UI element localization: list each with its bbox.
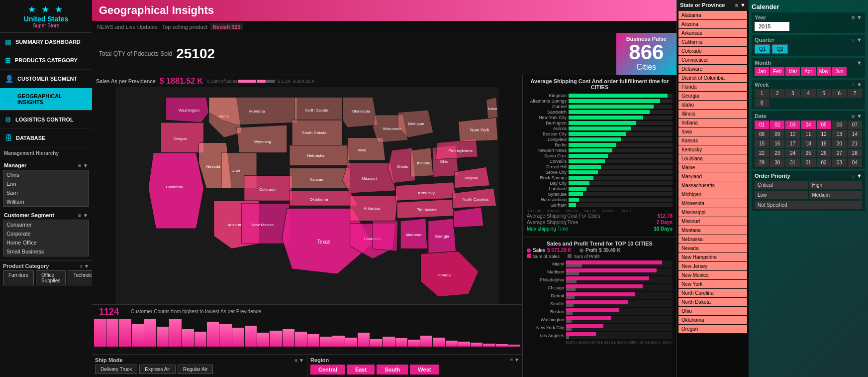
- date-cell[interactable]: 19: [817, 139, 831, 148]
- date-cell[interactable]: 06: [832, 121, 847, 129]
- quarter-q1[interactable]: Q1: [755, 44, 770, 54]
- date-cell[interactable]: 23: [770, 149, 784, 157]
- cat-furniture[interactable]: Furniture: [3, 270, 34, 285]
- nav-database[interactable]: 🗄 DATABASE: [0, 129, 92, 147]
- date-cell[interactable]: 09: [770, 130, 784, 138]
- seg-funnel-icon[interactable]: ▼: [83, 213, 88, 218]
- state-item[interactable]: Ohio: [678, 307, 747, 315]
- date-cell[interactable]: 02: [817, 158, 831, 167]
- nav-geo[interactable]: 🌐 GEOGRAPHICAL INSIGHTS: [0, 88, 92, 111]
- year-filter-icon[interactable]: ▼: [857, 14, 862, 20]
- week-1[interactable]: 1: [755, 89, 769, 98]
- op-filter-icon[interactable]: ▼: [857, 173, 862, 179]
- state-item[interactable]: Maine: [678, 163, 747, 172]
- state-item[interactable]: Indiana: [678, 119, 747, 127]
- region-west[interactable]: West: [410, 365, 439, 375]
- state-item[interactable]: Kentucky: [678, 145, 747, 154]
- date-cell[interactable]: 01: [801, 158, 815, 167]
- nav-products[interactable]: ⊞ PRODUCTS CATEGORY: [0, 51, 92, 70]
- state-item[interactable]: New Hampshire: [678, 253, 747, 261]
- state-item[interactable]: Arkansas: [678, 29, 747, 37]
- state-item[interactable]: North Carolina: [678, 289, 747, 297]
- state-item[interactable]: Missouri: [678, 217, 747, 226]
- date-cell[interactable]: 11: [801, 130, 815, 138]
- date-cell[interactable]: 18: [801, 139, 815, 148]
- date-cell[interactable]: 26: [817, 149, 831, 157]
- date-cell[interactable]: 22: [755, 149, 769, 157]
- state-item[interactable]: Louisiana: [678, 154, 747, 163]
- date-cell[interactable]: 13: [832, 130, 847, 138]
- date-cell[interactable]: 20: [832, 139, 847, 148]
- usa-map-container[interactable]: Washington Oregon California Nevada: [92, 87, 522, 304]
- date-cell[interactable]: 29: [755, 158, 769, 167]
- product-cat-icon[interactable]: ≡ ▼: [80, 263, 89, 269]
- date-cell[interactable]: 07: [848, 121, 862, 129]
- state-item[interactable]: Michigan: [678, 190, 747, 199]
- ship-express[interactable]: Express Air: [139, 365, 176, 374]
- state-item[interactable]: California: [678, 38, 747, 46]
- date-cell[interactable]: 04: [801, 121, 815, 129]
- seg-smallbiz[interactable]: Small Business: [3, 247, 89, 256]
- date-cell[interactable]: 15: [755, 139, 769, 148]
- seg-corporate[interactable]: Corporate: [3, 229, 89, 238]
- state-item[interactable]: Montana: [678, 226, 747, 235]
- date-cell[interactable]: 01: [755, 121, 769, 129]
- date-filter-icon[interactable]: ▼: [857, 113, 862, 119]
- state-item[interactable]: Oregon: [678, 325, 747, 333]
- week-7[interactable]: 7: [848, 89, 862, 98]
- state-item[interactable]: Delaware: [678, 65, 747, 73]
- manager-william[interactable]: William: [3, 197, 89, 206]
- date-cell[interactable]: 03: [832, 158, 847, 167]
- month-list-icon[interactable]: ≡: [852, 60, 855, 66]
- seg-homeoffice[interactable]: Home Office: [3, 238, 89, 247]
- state-filter-icon[interactable]: ▼: [740, 2, 746, 8]
- state-item[interactable]: Nevada: [678, 244, 747, 252]
- month-mar[interactable]: Mar: [785, 67, 800, 76]
- region-central[interactable]: Central: [310, 365, 345, 375]
- month-apr[interactable]: Apr: [801, 67, 815, 76]
- state-item[interactable]: Arizona: [678, 20, 747, 28]
- filter-list-icon[interactable]: ≡: [78, 163, 81, 168]
- state-item[interactable]: Idaho: [678, 101, 747, 109]
- ship-regular[interactable]: Regular Air: [178, 365, 213, 374]
- filter-funnel-icon[interactable]: ▼: [83, 163, 88, 168]
- state-item[interactable]: Minnesota: [678, 199, 747, 208]
- month-feb[interactable]: Feb: [770, 67, 784, 76]
- state-item[interactable]: Georgia: [678, 92, 747, 100]
- week-2[interactable]: 2: [770, 89, 784, 98]
- ship-mode-icons[interactable]: ≡ ▼: [294, 358, 304, 363]
- week-3[interactable]: 3: [785, 89, 800, 98]
- date-cell[interactable]: 08: [755, 130, 769, 138]
- state-item[interactable]: New York: [678, 280, 747, 288]
- week-6[interactable]: 6: [832, 89, 847, 98]
- state-item[interactable]: Kansas: [678, 136, 747, 145]
- state-item[interactable]: Iowa: [678, 127, 747, 136]
- ship-delivery[interactable]: Delivery Truck: [95, 365, 137, 374]
- manager-sam[interactable]: Sam: [3, 188, 89, 197]
- state-item[interactable]: Florida: [678, 83, 747, 91]
- date-list-icon[interactable]: ≡: [852, 113, 855, 119]
- year-list-icon[interactable]: ≡: [852, 14, 855, 20]
- op-low[interactable]: Low: [755, 191, 808, 199]
- state-item[interactable]: Massachusetts: [678, 181, 747, 190]
- state-item[interactable]: New Jersey: [678, 262, 747, 270]
- date-cell[interactable]: 30: [770, 158, 784, 167]
- quarter-filter-icon[interactable]: ▼: [857, 37, 862, 43]
- state-item[interactable]: Illinois: [678, 110, 747, 118]
- op-critical[interactable]: Critical: [755, 181, 808, 189]
- month-jun[interactable]: Jun: [832, 67, 847, 76]
- date-cell[interactable]: 04: [848, 158, 862, 167]
- nav-logistics[interactable]: ⚙ LOGISTICS CONTROL: [0, 111, 92, 129]
- week-8[interactable]: 8: [755, 99, 769, 107]
- date-cell[interactable]: 02: [770, 121, 784, 129]
- state-item[interactable]: North Dakota: [678, 298, 747, 306]
- date-cell[interactable]: 14: [848, 130, 862, 138]
- state-item[interactable]: Colorado: [678, 47, 747, 55]
- manager-chris[interactable]: Chris: [3, 170, 89, 179]
- nav-summary[interactable]: ▦ SUMMARY DASHBOARD: [0, 33, 92, 51]
- nav-customer[interactable]: 👤 CUSTOMER SEGMENT: [0, 70, 92, 88]
- week-filter-icon[interactable]: ▼: [857, 82, 862, 88]
- op-list-icon[interactable]: ≡: [852, 173, 855, 179]
- date-cell[interactable]: 12: [817, 130, 831, 138]
- date-cell[interactable]: 21: [848, 139, 862, 148]
